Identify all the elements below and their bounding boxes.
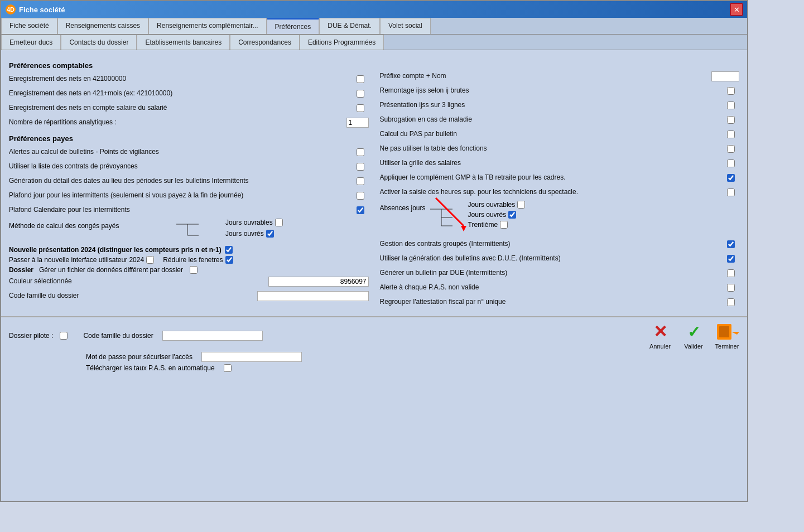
title-bar: 4D Fiche société ✕	[1, 1, 747, 18]
mot-de-passe-input[interactable]	[201, 352, 302, 362]
alerte-pas-label: Alerte à chaque P.A.S. non valide	[380, 283, 723, 292]
tab-correspondances[interactable]: Correspondances	[230, 35, 300, 50]
code-famille-input[interactable]	[257, 291, 369, 301]
enregistrement-salarie-label: Enregistrement des nets en compte salair…	[9, 104, 352, 113]
generation-detail-dates-row: Génération du détail des dates au lieu d…	[9, 175, 369, 187]
appliquer-complement-gmp-checkbox[interactable]	[727, 174, 735, 182]
utiliser-grille-salaires-row: Utiliser la grille des salaires	[380, 157, 740, 170]
absences-jours-ouvres-label: Jours ouvrés	[468, 211, 507, 219]
nombre-repartitions-input[interactable]	[346, 118, 369, 128]
couleur-input[interactable]	[268, 277, 369, 287]
tab-fiche-societe[interactable]: Fiche société	[1, 18, 57, 34]
main-window: 4D Fiche société ✕ Fiche société Renseig…	[0, 0, 748, 502]
nouvelle-presentation-sub: Passer à la nouvelle interface utilisate…	[9, 256, 369, 264]
remontage-ijss-label: Remontage ijss selon ij brutes	[380, 86, 723, 95]
alerte-pas-checkbox[interactable]	[727, 284, 735, 292]
enregistrement-salarie-checkbox[interactable]	[357, 104, 364, 112]
enregistrement-421000000-checkbox[interactable]	[357, 75, 364, 83]
prefixe-input[interactable]	[711, 71, 739, 81]
remontage-ijss-checkbox[interactable]	[727, 87, 735, 95]
calcul-pas-label: Calcul du PAS par bulletin	[380, 130, 723, 139]
reduire-fenetres-row: Réduire les fenetres	[163, 256, 233, 264]
generer-bulletin-due-row: Générer un bulletin par DUE (Intermitten…	[380, 267, 740, 279]
alertes-vigilances-checkbox[interactable]	[357, 148, 364, 156]
alerte-pas-row: Alerte à chaque P.A.S. non valide	[380, 282, 740, 294]
tab-volet-social[interactable]: Volet social	[380, 18, 431, 34]
tab-contacts-dossier[interactable]: Contacts du dossier	[61, 35, 137, 50]
liste-contrats-prevoyances-row: Utiliser la liste des contrats de prévoy…	[9, 161, 369, 173]
presentation-ijss-checkbox[interactable]	[727, 101, 735, 109]
dossier-row: Dossier Gérer un fichier de données diff…	[9, 266, 369, 274]
bottom-code-famille-input[interactable]	[162, 331, 263, 341]
gestion-contrats-groupes-checkbox[interactable]	[727, 240, 735, 248]
dossier-text: Gérer un fichier de données différent pa…	[39, 266, 183, 274]
ne-pas-utiliser-table-row: Ne pas utiliser la table des fonctions	[380, 143, 740, 155]
utiliser-generation-bulletins-due-checkbox[interactable]	[727, 255, 735, 263]
generation-detail-dates-checkbox[interactable]	[357, 177, 364, 185]
terminer-label: Terminer	[715, 343, 739, 350]
section-preferences-payes-title: Préférences payes	[9, 134, 369, 143]
calcul-pas-checkbox[interactable]	[727, 130, 735, 138]
absences-jours-ouvres-checkbox[interactable]	[508, 211, 516, 219]
tab-due-demat[interactable]: DUE & Démat.	[319, 18, 380, 34]
methode-jours-ouvres-checkbox[interactable]	[266, 230, 274, 238]
absences-branch-svg	[430, 201, 464, 234]
absences-trentieme-checkbox[interactable]	[500, 221, 508, 229]
bottom-row-3: Télécharger les taux P.A.S. en automatiq…	[9, 364, 739, 372]
tab-renseignements-complementaires[interactable]: Renseignements complémentair...	[148, 18, 266, 34]
subrogation-checkbox[interactable]	[727, 116, 735, 124]
generer-bulletin-due-label: Générer un bulletin par DUE (Intermitten…	[380, 269, 723, 278]
nombre-repartitions-label: Nombre de répartitions analytiques :	[9, 118, 346, 127]
regrouper-attestation-checkbox[interactable]	[727, 298, 735, 306]
tab-editions-programmees[interactable]: Editions Programmées	[300, 35, 384, 50]
nouvelle-presentation-section: Nouvelle présentation 2024 (distinguer l…	[9, 246, 369, 264]
methode-branch	[176, 219, 221, 243]
methode-jours-ouvrables-label: Jours ouvrables	[225, 219, 273, 226]
methode-options: Jours ouvrables Jours ouvrés	[225, 219, 283, 238]
nouvelle-presentation-header: Nouvelle présentation 2024 (distinguer l…	[9, 246, 369, 254]
generer-bulletin-due-checkbox[interactable]	[727, 269, 735, 277]
mot-de-passe-label: Mot de passe pour sécuriser l'accès	[86, 353, 192, 361]
utiliser-grille-salaires-checkbox[interactable]	[727, 159, 735, 167]
plafond-calendaire-label: Plafond Calendaire pour les intermittent…	[9, 206, 352, 215]
section-preferences-comptables-title: Préférences comptables	[9, 61, 369, 70]
generation-detail-dates-label: Génération du détail des dates au lieu d…	[9, 177, 352, 186]
alertes-vigilances-row: Alertes au calcul de bulletins - Points …	[9, 146, 369, 158]
tab-etablissements-bancaires[interactable]: Etablissements bancaires	[137, 35, 230, 50]
close-button[interactable]: ✕	[730, 3, 743, 16]
telecharger-checkbox[interactable]	[224, 364, 232, 372]
tab-preferences[interactable]: Préférences	[267, 18, 320, 34]
tab-renseignements-caisses[interactable]: Renseignements caisses	[57, 18, 148, 34]
dossier-pilote-checkbox[interactable]	[60, 332, 68, 340]
plafond-jour-intermittents-checkbox[interactable]	[357, 192, 364, 200]
bottom-code-famille-label: Code famille du dossier	[83, 332, 153, 340]
enregistrement-421mois-checkbox[interactable]	[357, 90, 364, 98]
valider-svg: ✓	[682, 322, 705, 342]
reduire-fenetres-checkbox[interactable]	[225, 256, 233, 264]
generation-detail-dates-checkbox-cell	[352, 177, 369, 185]
svg-text:✓: ✓	[687, 323, 700, 341]
nouvelle-presentation-checkbox[interactable]	[225, 246, 233, 254]
prefixe-label: Préfixe compte + Nom	[380, 72, 707, 81]
appliquer-complement-gmp-label: Appliquer le complément GMP à la TB retr…	[380, 173, 723, 182]
bottom-bar: Dossier pilote : Code famille du dossier…	[1, 316, 747, 376]
dossier-checkbox[interactable]	[190, 266, 198, 274]
tab-emetteur-ducs[interactable]: Emetteur ducs	[1, 35, 61, 50]
liste-contrats-prevoyances-checkbox[interactable]	[357, 163, 364, 171]
valider-button[interactable]: ✓ Valider	[681, 322, 706, 350]
absences-jours-ouvrables-checkbox[interactable]	[517, 201, 525, 209]
terminer-button[interactable]: Terminer	[715, 322, 739, 350]
annuler-button[interactable]: ✕ Annuler	[648, 322, 672, 350]
ne-pas-utiliser-table-checkbox[interactable]	[727, 145, 735, 153]
calcul-pas-row: Calcul du PAS par bulletin	[380, 128, 740, 141]
bottom-row-1: Dossier pilote : Code famille du dossier…	[9, 322, 739, 350]
terminer-icon	[715, 322, 739, 342]
passer-nouvelle-interface-checkbox[interactable]	[146, 256, 154, 264]
activer-saisie-heures-checkbox[interactable]	[727, 188, 735, 196]
absences-trentieme-row: Trentième	[468, 221, 526, 229]
plafond-calendaire-checkbox[interactable]	[357, 206, 364, 214]
absences-jours-ouvrables-label: Jours ouvrables	[468, 201, 516, 209]
dossier-checkbox-cell	[185, 266, 202, 274]
absences-jours-section: Absences jours	[380, 201, 740, 236]
methode-jours-ouvrables-checkbox[interactable]	[275, 219, 283, 226]
